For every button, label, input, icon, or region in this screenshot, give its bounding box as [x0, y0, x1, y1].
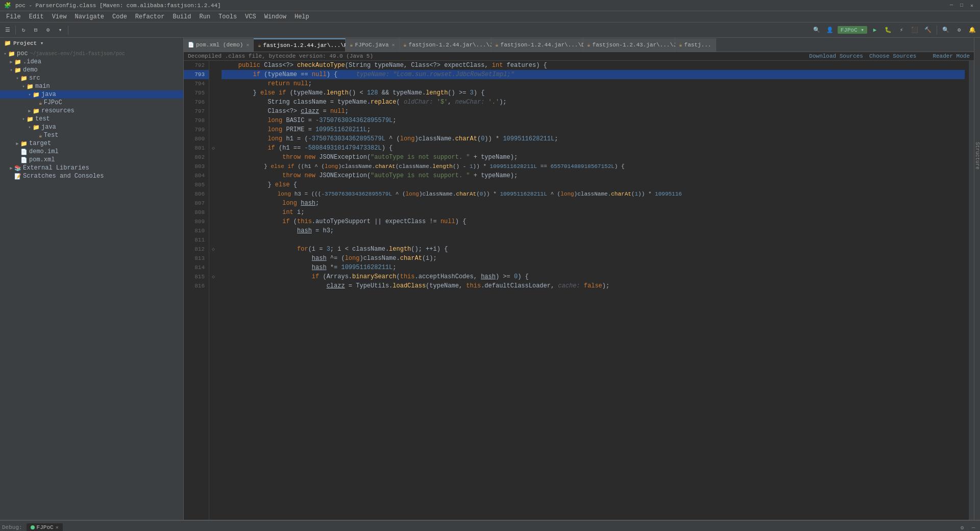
linenum-810: 810	[184, 226, 209, 235]
tab-json[interactable]: ☕ fastjson-1.2.44.jar\...\JSON.class ✕	[400, 38, 492, 52]
run-button[interactable]: ▶	[869, 25, 880, 36]
code-line-805: } else {	[222, 180, 965, 189]
menu-navigate[interactable]: Navigate	[70, 11, 108, 22]
session-running-dot	[31, 525, 35, 529]
title-bar-left: 🧩 poc - ParserConfig.class [Maven: com.a…	[4, 2, 221, 9]
settings-button[interactable]: ⚙	[42, 25, 54, 36]
tree-resources[interactable]: ▶ 📁 resources	[0, 107, 183, 115]
debug-settings-button[interactable]: ⚙	[958, 523, 967, 531]
download-sources-link[interactable]: Download Sources	[809, 53, 863, 59]
code-line-813: hash ^= (long)className.charAt(i);	[222, 254, 965, 263]
menu-view[interactable]: View	[48, 11, 71, 22]
linenum-803: 803	[184, 162, 209, 171]
fjpoc-tab-close[interactable]: ✕	[392, 42, 395, 48]
menu-file[interactable]: File	[2, 11, 25, 22]
reader-mode-link[interactable]: Reader Mode	[933, 53, 970, 59]
java-file-icon: ☕	[39, 100, 42, 106]
menu-code[interactable]: Code	[108, 11, 131, 22]
code-line-792: public Class<?> checkAutoType(String typ…	[222, 61, 965, 70]
tree-test[interactable]: ▾ 📁 test	[0, 115, 183, 123]
profile-badge[interactable]: FJPoC ▾	[838, 26, 867, 34]
notifications-button[interactable]: 🔔	[967, 25, 978, 36]
tree-target[interactable]: ▶ 📁 target	[0, 139, 183, 148]
tree-external-libs[interactable]: ▶ 📚 External Libraries	[0, 164, 183, 172]
toolbar-separator-3	[937, 26, 937, 35]
code-line-807: long hash;	[222, 199, 965, 208]
search-everywhere-button[interactable]: 🔍	[811, 25, 822, 36]
avatar-button[interactable]: 👤	[824, 25, 836, 36]
more-options-button[interactable]: ▾	[55, 25, 66, 36]
tab-default-parser[interactable]: ☕ fastjson-1.2.44.jar\...\DefaultJSONPar…	[492, 38, 583, 52]
tree-idea[interactable]: ▶ 📁 .idea	[0, 58, 183, 66]
linenum-816: 816	[184, 281, 209, 291]
coverage-button[interactable]: ⚡	[896, 25, 907, 36]
tree-pom[interactable]: 📄 pom.xml	[0, 156, 183, 164]
tree-root[interactable]: ▾ 📁 poc ~/javasec-env/jndi-fastjson/poc	[0, 50, 183, 58]
menu-build[interactable]: Build	[168, 11, 195, 22]
gutter-813	[209, 254, 217, 263]
linenum-796: 796	[184, 98, 209, 107]
session-close-icon[interactable]: ✕	[56, 524, 59, 530]
code-content[interactable]: public Class<?> checkAutoType(String typ…	[217, 61, 969, 520]
test-class-label: Test	[44, 132, 59, 139]
debug-session-tab[interactable]: FJPoC ✕	[27, 523, 63, 531]
main-folder-icon: 📁	[27, 83, 34, 90]
tab-parserconfig[interactable]: ☕ fastjson-1.2.44.jar\...\ParserConfig.c…	[254, 38, 346, 52]
tree-fjpoc[interactable]: ☕ FJPoC	[0, 99, 183, 107]
tree-test-class[interactable]: ☕ Test	[0, 131, 183, 139]
tab-fjpoc[interactable]: ☕ FJPoC.java ✕	[346, 38, 399, 52]
search-button[interactable]: 🔍	[940, 25, 951, 36]
structure-side-tab[interactable]: Structure	[973, 140, 980, 172]
structure-panel: Structure	[974, 38, 980, 520]
pom-tab-close[interactable]: ✕	[246, 42, 249, 48]
debug-button[interactable]: 🐛	[883, 25, 894, 36]
gutter-811	[209, 235, 217, 245]
build-project-button[interactable]: 🔨	[922, 25, 934, 36]
tree-demo-iml[interactable]: 📄 demo.iml	[0, 148, 183, 156]
gutter-796	[209, 98, 217, 107]
tree-scratches[interactable]: 📝 Scratches and Consoles	[0, 172, 183, 180]
tree-main[interactable]: ▾ 📁 main	[0, 82, 183, 90]
editor-area: 📄 pom.xml (demo) ✕ ☕ fastjson-1.2.44.jar…	[184, 38, 974, 520]
settings-gear-button[interactable]: ⚙	[953, 25, 965, 36]
close-button[interactable]: ✕	[968, 2, 976, 10]
debug-session-header: Debug: FJPoC ✕ ⚙ —	[0, 521, 980, 531]
minimize-button[interactable]: ─	[947, 2, 955, 10]
tree-java-main[interactable]: ▾ 📁 java	[0, 90, 183, 99]
menu-tools[interactable]: Tools	[214, 11, 241, 22]
menu-help[interactable]: Help	[290, 11, 313, 22]
gutter-794	[209, 79, 217, 88]
sync-button[interactable]: ↻	[18, 25, 29, 36]
code-line-802: throw new JSONException("autoType is not…	[222, 153, 965, 162]
code-line-815: if (Arrays.binarySearch(this.acceptHashC…	[222, 272, 965, 281]
tree-demo[interactable]: ▾ 📁 demo	[0, 66, 183, 74]
choose-sources-link[interactable]: Choose Sources	[869, 53, 916, 59]
linenum-811: 811	[184, 235, 209, 245]
menu-refactor[interactable]: Refactor	[131, 11, 169, 22]
stop-button[interactable]: ⬛	[909, 25, 920, 36]
tree-root-label: poc	[17, 50, 28, 57]
menu-run[interactable]: Run	[195, 11, 214, 22]
tree-java-test[interactable]: ▾ 📁 java	[0, 123, 183, 131]
main-layout: 📁 Project ▾ ▾ 📁 poc ~/javasec-env/jndi-f…	[0, 38, 980, 520]
tree-src[interactable]: ▾ 📁 src	[0, 74, 183, 82]
demo-folder-icon: 📁	[14, 67, 21, 74]
debug-minimize-button[interactable]: —	[969, 523, 978, 531]
breakpoint-815: ◇	[212, 274, 215, 280]
linenum-797: 797	[184, 107, 209, 116]
more-tab-icon: ☕	[679, 42, 682, 48]
tab-pom[interactable]: 📄 pom.xml (demo) ✕	[184, 38, 254, 52]
menu-edit[interactable]: Edit	[25, 11, 48, 22]
tab-more[interactable]: ☕ fastj...	[675, 38, 716, 52]
project-tree: ▾ 📁 poc ~/javasec-env/jndi-fastjson/poc …	[0, 49, 183, 520]
code-line-801: if (h1 == -5808493101479473382L) {	[222, 143, 965, 153]
editor-scrollbar[interactable]	[969, 61, 974, 520]
tab-json43[interactable]: ☕ fastjson-1.2.43.jar\...\JSON.class ✕	[583, 38, 675, 52]
menu-window[interactable]: Window	[260, 11, 290, 22]
bottom-panel: Debug: FJPoC ✕ ⚙ — Debugger Console ▶ ⏸ …	[0, 520, 980, 531]
maximize-button[interactable]: □	[958, 2, 966, 10]
toolbar: ☰ ↻ ⊟ ⚙ ▾ 🔍 👤 FJPoC ▾ ▶ 🐛 ⚡ ⬛ 🔨 🔍 ⚙ 🔔	[0, 22, 980, 38]
menu-vcs[interactable]: VCS	[241, 11, 260, 22]
collapse-button[interactable]: ⊟	[30, 25, 41, 36]
project-view-button[interactable]: ☰	[2, 25, 13, 36]
